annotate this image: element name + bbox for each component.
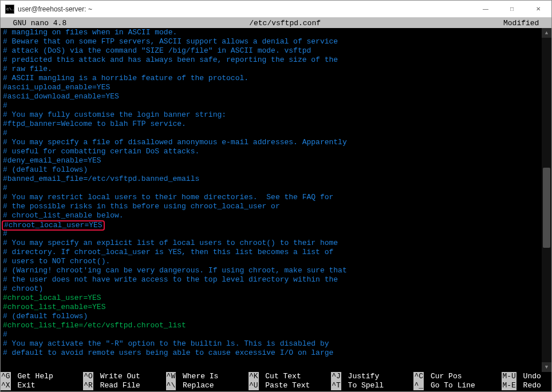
scroll-down-button[interactable]: ▼ xyxy=(542,362,551,372)
window-titlebar: c\. user@freehost-server: ~ ― □ ✕ xyxy=(1,1,551,18)
editor-line: # the possible risks in this before usin… xyxy=(3,202,539,211)
window-title: user@freehost-server: ~ xyxy=(18,5,472,13)
shortcut-label: Exit xyxy=(13,381,36,390)
shortcut-cell: ^O Write Out xyxy=(83,372,165,381)
editor-line: # You may specify an explicit list of lo… xyxy=(3,239,539,248)
editor-line: # chroot_list_enable below. xyxy=(3,211,539,220)
shortcut-cell: ^J Justify xyxy=(331,372,413,381)
shortcut-label: Redo xyxy=(519,381,541,390)
scrollbar-track[interactable] xyxy=(542,38,551,362)
editor-line: # predicted this attack and has always b… xyxy=(3,56,539,65)
shortcut-cell: ^\ Replace xyxy=(166,381,249,390)
shortcut-key: ^X xyxy=(1,381,11,390)
terminal-window: c\. user@freehost-server: ~ ― □ ✕ GNU na… xyxy=(0,0,552,392)
editor-line: # (Warning! chroot'ing can be very dange… xyxy=(3,266,539,275)
close-button[interactable]: ✕ xyxy=(525,1,551,18)
editor-line: #banned_email_file=/etc/vsftpd.banned_em… xyxy=(3,175,539,184)
editor-line: # the user does not have write access to… xyxy=(3,275,539,284)
editor-line: # users to NOT chroot(). xyxy=(3,257,539,266)
editor-line: #ascii_download_enable=YES xyxy=(3,92,539,101)
editor-line: #ftpd_banner=Welcome to blah FTP service… xyxy=(3,120,539,129)
editor-line: # xyxy=(3,330,539,339)
editor-line: # useful for combatting certain DoS atta… xyxy=(3,147,539,156)
editor-line: # xyxy=(3,129,539,138)
shortcut-key: ^G xyxy=(1,372,11,381)
shortcut-label: Read File xyxy=(96,381,140,390)
shortcut-cell: ^U Paste Text xyxy=(249,381,331,390)
scrollbar-thumb[interactable] xyxy=(543,168,550,248)
shortcut-cell: ^G Get Help xyxy=(1,372,83,381)
shortcut-key: M-U xyxy=(502,372,516,381)
shortcut-cell: M-U Undo xyxy=(502,372,551,381)
shortcut-label: To Spell xyxy=(344,381,384,390)
shortcut-label: Paste Text xyxy=(261,381,310,390)
highlighted-config-line: #chroot_local_user=YES xyxy=(2,220,105,231)
editor-line: #chroot_local_user=YES xyxy=(3,294,539,303)
shortcut-key: ^\ xyxy=(166,381,176,390)
shortcut-key: ^C xyxy=(413,372,424,381)
nano-file-path: /etc/vsftpd.conf xyxy=(66,19,503,27)
nano-shortcut-bar: ^G Get Help^O Write Out^W Where Is^K Cut… xyxy=(1,372,551,391)
shortcut-key: ^_ xyxy=(413,381,424,390)
editor-line: # (default follows) xyxy=(3,312,539,321)
nano-header-bar: GNU nano 4.8 /etc/vsftpd.conf Modified xyxy=(1,18,551,28)
shortcut-label: Get Help xyxy=(13,372,53,381)
nano-status: Modified xyxy=(503,19,548,27)
maximize-button[interactable]: □ xyxy=(499,1,525,18)
editor-line: # chroot) xyxy=(3,284,539,294)
editor-line: #chroot_local_user=YES xyxy=(3,220,539,229)
shortcut-cell: ^K Cut Text xyxy=(249,372,331,381)
shortcut-label: Go To Line xyxy=(426,381,475,390)
editor-line: # ASCII mangling is a horrible feature o… xyxy=(3,74,539,83)
shortcut-cell: ^W Where Is xyxy=(166,372,249,381)
shortcut-key: ^J xyxy=(331,372,341,381)
shortcut-cell: ^T To Spell xyxy=(331,381,413,390)
shortcut-key: ^O xyxy=(83,372,93,381)
editor-line: # attack (DoS) via the command "SIZE /bi… xyxy=(3,46,539,56)
editor-line: # default to avoid remote users being ab… xyxy=(3,349,539,358)
editor-line: # You may restrict local users to their … xyxy=(3,193,539,202)
editor-line: # You may fully customise the login bann… xyxy=(3,110,539,120)
shortcut-label: Undo xyxy=(519,372,541,381)
editor-line: # raw file. xyxy=(3,65,539,74)
shortcut-cell: ^C Cur Pos xyxy=(413,372,502,381)
shortcut-label: Where Is xyxy=(178,372,218,381)
shortcut-cell: ^_ Go To Line xyxy=(413,381,502,390)
shortcut-key: ^W xyxy=(166,372,176,381)
shortcut-cell: ^X Exit xyxy=(1,381,83,390)
editor-line: # xyxy=(3,184,539,193)
shortcut-key: ^R xyxy=(83,381,93,390)
editor-content-area[interactable]: # mangling on files when in ASCII mode.#… xyxy=(1,28,542,372)
editor-line: # (default follows) xyxy=(3,165,539,175)
shortcut-key: ^U xyxy=(249,381,259,390)
shortcut-label: Replace xyxy=(178,381,214,390)
editor-line: # xyxy=(3,101,539,110)
editor-line: #chroot_list_enable=YES xyxy=(3,303,539,312)
nano-app-name: GNU nano 4.8 xyxy=(4,19,66,27)
shortcut-cell: M-E Redo xyxy=(502,381,551,390)
editor-line: # Beware that on some FTP servers, ASCII… xyxy=(3,37,539,46)
shortcut-label: Cut Text xyxy=(261,372,301,381)
editor-line: #chroot_list_file=/etc/vsftpd.chroot_lis… xyxy=(3,321,539,330)
editor-line: #ascii_upload_enable=YES xyxy=(3,83,539,92)
shortcut-label: Justify xyxy=(344,372,379,381)
editor-line: # You may specify a file of disallowed a… xyxy=(3,138,539,147)
editor-line: #deny_email_enable=YES xyxy=(3,156,539,165)
editor-line: # You may activate the "-R" option to th… xyxy=(3,339,539,349)
terminal-app-icon: c\. xyxy=(5,5,14,14)
vertical-scrollbar[interactable]: ▲ ▼ xyxy=(542,28,551,372)
shortcut-cell: ^R Read File xyxy=(83,381,165,390)
editor-line: # mangling on files when in ASCII mode. xyxy=(3,28,539,37)
scroll-up-button[interactable]: ▲ xyxy=(542,28,551,38)
editor-line: # xyxy=(3,229,539,239)
shortcut-label: Write Out xyxy=(96,372,140,381)
shortcut-key: ^T xyxy=(331,381,341,390)
editor-line: # directory. If chroot_local_user is YES… xyxy=(3,248,539,257)
minimize-button[interactable]: ― xyxy=(472,1,499,18)
shortcut-label: Cur Pos xyxy=(426,372,462,381)
shortcut-key: ^K xyxy=(249,372,259,381)
shortcut-key: M-E xyxy=(502,381,516,390)
